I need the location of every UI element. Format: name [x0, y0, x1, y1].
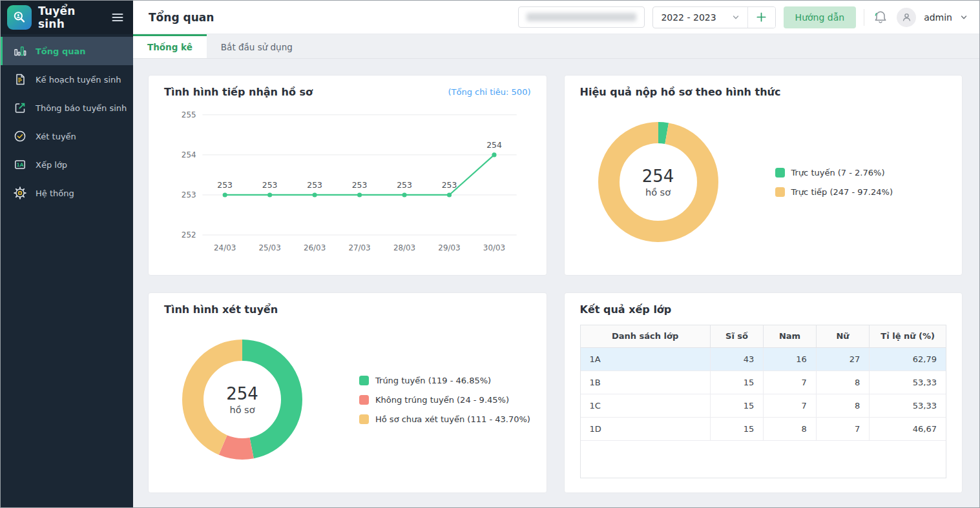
- table-row[interactable]: 1B157853,33: [581, 371, 946, 394]
- legend: Trực tuyến (7 - 2.76%)Trực tiếp (247 - 9…: [775, 168, 893, 197]
- school-year-group: 2022 - 2023: [652, 6, 775, 28]
- check-circle-icon: [14, 130, 26, 143]
- user-menu-chevron-icon[interactable]: [960, 14, 968, 21]
- sidebar-item-label: Kế hoạch tuyển sinh: [36, 75, 121, 85]
- user-avatar[interactable]: [897, 8, 916, 27]
- svg-text:255: 255: [182, 110, 196, 119]
- table-row[interactable]: 1D158746,67: [581, 417, 946, 440]
- table-header-cell: Sĩ số: [710, 325, 764, 347]
- legend-item[interactable]: Hồ sơ chưa xét tuyển (111 - 43.70%): [359, 414, 530, 424]
- svg-text:253: 253: [182, 190, 196, 199]
- app-window: Tuyển sinh Tổng quanKế hoạch tuyển sinhT…: [0, 0, 980, 508]
- svg-text:26/03: 26/03: [304, 243, 326, 252]
- sidebar-item-label: Thông báo tuyển sinh: [36, 103, 127, 113]
- menu-toggle-icon[interactable]: [111, 11, 124, 24]
- tab-bat-dau-su-dung[interactable]: Bắt đầu sử dụng: [207, 34, 307, 58]
- legend-label: Trực tiếp (247 - 97.24%): [791, 187, 893, 197]
- gear-icon: [14, 187, 26, 199]
- plus-icon: [755, 11, 767, 23]
- donut-chart-submission: 254 hồ sơ: [597, 121, 720, 243]
- table-header-cell: Tỉ lệ nữ (%): [870, 325, 946, 347]
- sidebar-item-ke-hoach-tuyen-sinh[interactable]: Kế hoạch tuyển sinh: [1, 65, 133, 94]
- page-title: Tổng quan: [149, 11, 214, 24]
- card-subtitle-quota: (Tổng chỉ tiêu: 500): [448, 87, 530, 97]
- value-cell: 8: [816, 371, 870, 394]
- svg-text:254: 254: [486, 141, 502, 150]
- sidebar: Tuyển sinh Tổng quanKế hoạch tuyển sinhT…: [1, 1, 133, 507]
- tab-bar: Thống kêBắt đầu sử dụng: [133, 34, 979, 59]
- sidebar-item-label: Xếp lớp: [36, 160, 67, 170]
- value-cell: 53,33: [870, 394, 946, 417]
- card-title: Tình hình xét tuyển: [164, 303, 278, 316]
- svg-text:28/03: 28/03: [393, 243, 415, 252]
- topbar: Tổng quan 2022 - 2023 Hướng dẫn: [133, 1, 979, 34]
- legend-swatch: [775, 187, 785, 197]
- value-cell: 7: [816, 417, 870, 440]
- value-cell: 7: [764, 394, 816, 417]
- document-icon: [14, 73, 26, 86]
- svg-text:253: 253: [352, 181, 368, 190]
- sidebar-menu: Tổng quanKế hoạch tuyển sinhThông báo tu…: [1, 37, 133, 207]
- legend-item[interactable]: Trúng tuyển (119 - 46.85%): [359, 376, 530, 385]
- card-submission-method: Hiệu quả nộp hồ sơ theo hình thức 254 hồ…: [564, 75, 963, 276]
- tab-thong-ke[interactable]: Thống kê: [133, 34, 207, 58]
- table-header-cell: Nam: [764, 325, 816, 347]
- class-badge-icon: 1A: [14, 158, 26, 171]
- svg-text:24/03: 24/03: [214, 243, 236, 252]
- value-cell: 7: [764, 371, 816, 394]
- dashboard-content: Tình hình tiếp nhận hồ sơ (Tổng chỉ tiêu…: [133, 59, 979, 507]
- sidebar-item-xep-lop[interactable]: 1AXếp lớp: [1, 150, 133, 179]
- donut-svg: [181, 338, 304, 461]
- value-cell: 46,67: [870, 417, 946, 440]
- donut-svg: [597, 121, 720, 243]
- sidebar-item-he-thong[interactable]: Hệ thống: [1, 179, 133, 207]
- table-row[interactable]: 1A43162762,79: [581, 347, 946, 371]
- brand-title: Tuyển sinh: [38, 5, 105, 30]
- notification-bell-icon[interactable]: [872, 9, 889, 26]
- class-table: Danh sách lớpSĩ sốNamNữTỉ lệ nữ (%) 1A43…: [581, 325, 946, 441]
- svg-text:253: 253: [442, 181, 457, 190]
- sidebar-item-tong-quan[interactable]: Tổng quan: [1, 37, 133, 65]
- card-title: Kết quả xếp lớp: [580, 303, 672, 316]
- chevron-down-icon: [732, 14, 740, 21]
- value-cell: 8: [816, 394, 870, 417]
- donut-chart-admission: 254 hồ sơ: [181, 338, 304, 461]
- sidebar-header: Tuyển sinh: [1, 1, 133, 34]
- card-title: Tình hình tiếp nhận hồ sơ: [164, 86, 313, 98]
- legend-label: Trúng tuyển (119 - 46.85%): [375, 376, 491, 385]
- svg-text:25/03: 25/03: [259, 243, 281, 252]
- add-year-button[interactable]: [748, 7, 775, 28]
- legend-swatch: [359, 414, 369, 424]
- legend-label: Không trúng tuyển (24 - 9.45%): [375, 395, 509, 405]
- username[interactable]: admin: [924, 12, 952, 23]
- legend-item[interactable]: Trực tuyến (7 - 2.76%): [775, 168, 893, 178]
- guide-button[interactable]: Hướng dẫn: [784, 6, 857, 28]
- legend-swatch: [359, 376, 369, 385]
- table-header-cell: Danh sách lớp: [581, 325, 711, 347]
- value-cell: 8: [764, 417, 816, 440]
- sidebar-item-label: Xét tuyển: [36, 132, 76, 141]
- bar-chart-icon: [14, 45, 26, 57]
- svg-text:30/03: 30/03: [483, 243, 505, 252]
- value-cell: 15: [710, 394, 764, 417]
- value-cell: 27: [816, 347, 870, 371]
- legend-item[interactable]: Trực tiếp (247 - 97.24%): [775, 187, 893, 197]
- school-name-field[interactable]: [518, 6, 645, 28]
- svg-text:29/03: 29/03: [438, 243, 460, 252]
- value-cell: 43: [710, 347, 764, 371]
- card-admission-status: Tình hình xét tuyển 254 hồ sơ Trúng tuyể…: [148, 292, 547, 493]
- school-year-select[interactable]: 2022 - 2023: [653, 7, 747, 28]
- legend-label: Hồ sơ chưa xét tuyển (111 - 43.70%): [375, 414, 530, 424]
- school-year-value: 2022 - 2023: [661, 12, 716, 23]
- legend-swatch: [775, 168, 785, 178]
- sidebar-item-thong-bao-tuyen-sinh[interactable]: Thông báo tuyển sinh: [1, 94, 133, 122]
- table-row[interactable]: 1C157853,33: [581, 394, 946, 417]
- share-icon: [14, 101, 26, 114]
- card-class-results: Kết quả xếp lớp Danh sách lớpSĩ sốNamNữT…: [564, 292, 963, 493]
- legend-item[interactable]: Không trúng tuyển (24 - 9.45%): [359, 395, 530, 405]
- card-title: Hiệu quả nộp hồ sơ theo hình thức: [580, 86, 781, 98]
- svg-text:253: 253: [307, 181, 322, 190]
- sidebar-item-label: Hệ thống: [36, 188, 74, 198]
- sidebar-item-xet-tuyen[interactable]: Xét tuyển: [1, 122, 133, 150]
- legend-label: Trực tuyến (7 - 2.76%): [791, 168, 885, 178]
